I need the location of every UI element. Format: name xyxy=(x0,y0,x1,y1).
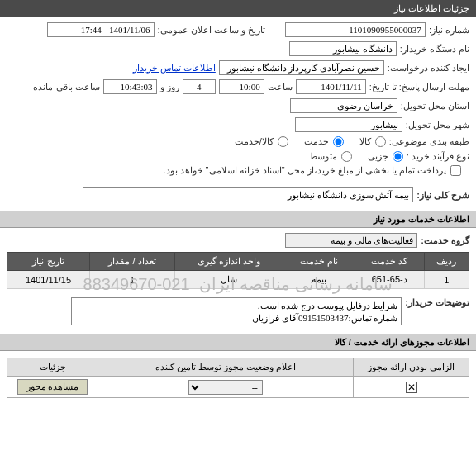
subject-class-label: طبقه بندی موضوعی: xyxy=(389,136,469,147)
service-group-input[interactable] xyxy=(285,233,417,248)
payment-note: پرداخت تمام یا بخشی از مبلغ خرید،از محل … xyxy=(163,165,446,176)
buyer-org-input[interactable] xyxy=(289,41,397,56)
city-input[interactable] xyxy=(295,117,402,132)
permits-table: الزامی بودن ارائه مجوز اعلام وضعیت مجوز … xyxy=(7,358,469,398)
services-section-head: اطلاعات خدمات مورد نیاز xyxy=(0,211,476,228)
need-no-label: شماره نیاز: xyxy=(429,25,469,36)
td-required: ✕ xyxy=(354,377,469,398)
remain-time-input[interactable] xyxy=(103,79,157,94)
deadline-label: مهلت ارسال پاسخ: تا تاریخ: xyxy=(369,82,469,92)
table-row: 1 ذ-65-651 بیمه سال 1 1401/11/15 xyxy=(7,271,469,289)
rb-service[interactable] xyxy=(333,136,344,147)
th-name: نام خدمت xyxy=(283,253,355,271)
form-area: شماره نیاز: تاریخ و ساعت اعلان عمومی: نا… xyxy=(0,17,476,211)
permits-section-title: اطلاعات مجوزهای ارائه خدمت / کالا xyxy=(335,337,469,347)
td-code: ذ-65-651 xyxy=(355,271,424,289)
page-header: جزئیات اطلاعات نیاز xyxy=(0,0,476,17)
td-details: مشاهده مجوز xyxy=(7,377,98,398)
days-remain-input[interactable] xyxy=(183,79,216,94)
td-idx: 1 xyxy=(424,271,469,289)
service-group-label: گروه خدمت: xyxy=(421,235,469,246)
announce-date-label: تاریخ و ساعت اعلان عمومی: xyxy=(158,25,265,36)
rb-minor-label: جزیی xyxy=(368,151,388,162)
permits-section-head: اطلاعات مجوزهای ارائه خدمت / کالا xyxy=(0,334,476,351)
th-details: جزئیات xyxy=(7,358,98,377)
chk-payment[interactable] xyxy=(450,165,461,176)
td-date: 1401/11/15 xyxy=(7,271,90,289)
requester-label: ایجاد کننده درخواست: xyxy=(388,63,469,74)
th-unit: واحد اندازه گیری xyxy=(175,253,283,271)
td-qty: 1 xyxy=(90,271,175,289)
th-row: ردیف xyxy=(424,253,469,271)
rb-medium[interactable] xyxy=(341,151,352,162)
province-input[interactable] xyxy=(290,98,397,113)
process-type-label: نوع فرآیند خرید : xyxy=(407,151,469,162)
services-section-title: اطلاعات خدمات مورد نیاز xyxy=(374,214,469,224)
rb-goods-label: کالا xyxy=(359,136,371,147)
buyer-org-label: نام دستگاه خریدار: xyxy=(400,44,469,55)
status-select[interactable]: -- xyxy=(188,380,263,395)
th-date: تاریخ نیاز xyxy=(7,253,90,271)
need-no-input[interactable] xyxy=(285,22,426,37)
day-label: روز و xyxy=(160,82,179,92)
desc-label: شرح کلی نیاز: xyxy=(416,190,469,201)
th-status: اعلام وضعیت مجوز توسط تامین کننده xyxy=(98,358,354,377)
rb-goods-service[interactable] xyxy=(278,136,288,147)
deadline-date-input[interactable] xyxy=(296,79,366,94)
rb-medium-label: متوسط xyxy=(309,151,337,162)
remain-label: ساعت باقی مانده xyxy=(33,82,99,92)
requester-input[interactable] xyxy=(219,60,384,75)
page-title: جزئیات اطلاعات نیاز xyxy=(394,3,469,13)
rb-goods-service-label: کالا/خدمت xyxy=(235,136,274,147)
buyer-notes-box[interactable]: شرایط درفایل پیوست درج شده است. شماره تم… xyxy=(71,297,402,325)
hour-label: ساعت xyxy=(268,82,293,92)
rb-service-label: خدمت xyxy=(304,136,329,147)
city-label: شهر محل تحویل: xyxy=(406,120,469,130)
buyer-notes-line2: شماره تماس:09151503437آقای فرازیان xyxy=(75,312,397,325)
services-table: ردیف کد خدمت نام خدمت واحد اندازه گیری ت… xyxy=(7,252,469,289)
required-check-icon: ✕ xyxy=(406,382,417,393)
buyer-notes-line1: شرایط درفایل پیوست درج شده است. xyxy=(75,300,397,312)
contact-link[interactable]: اطلاعات تماس خریدار xyxy=(133,63,216,74)
deadline-hour-input[interactable] xyxy=(219,79,264,94)
announce-date-input[interactable] xyxy=(47,22,155,37)
td-status: -- xyxy=(98,377,354,398)
td-unit: سال xyxy=(175,271,283,289)
td-name: بیمه xyxy=(283,271,355,289)
buyer-notes-label: توضیحات خریدار: xyxy=(405,297,469,308)
rb-goods[interactable] xyxy=(375,136,386,147)
province-label: استان محل تحویل: xyxy=(401,101,469,111)
table-row: ✕ -- مشاهده مجوز xyxy=(7,377,469,398)
th-code: کد خدمت xyxy=(355,253,424,271)
view-permit-button[interactable]: مشاهده مجوز xyxy=(17,379,88,395)
desc-input[interactable] xyxy=(83,187,413,202)
th-qty: تعداد / مقدار xyxy=(90,253,175,271)
th-required: الزامی بودن ارائه مجوز xyxy=(354,358,469,377)
rb-minor[interactable] xyxy=(393,151,403,162)
